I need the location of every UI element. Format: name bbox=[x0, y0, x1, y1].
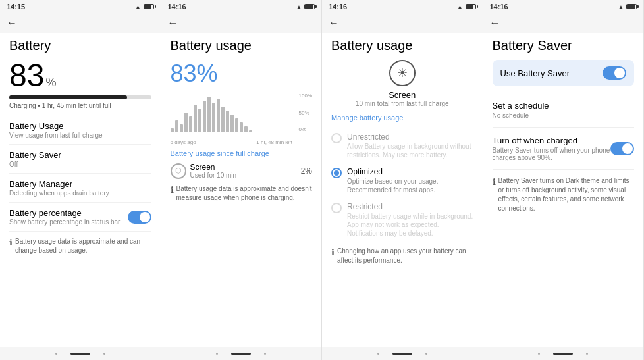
chart-bars bbox=[171, 93, 293, 132]
status-bar-3: 14:16 ▲ bbox=[322, 0, 483, 13]
time-2: 14:16 bbox=[168, 3, 186, 11]
radio-circle-restricted bbox=[331, 203, 342, 213]
info-block-3: ℹ Changing how an app uses your battery … bbox=[331, 247, 473, 265]
status-bar-2: 14:16 ▲ bbox=[161, 0, 322, 13]
page-title-3: Battery usage bbox=[331, 38, 473, 53]
page-title-2: Battery usage bbox=[171, 38, 313, 53]
status-icons-2: ▲ bbox=[296, 3, 315, 11]
radio-sub-optimized: Optimize based on your usage. Recommende… bbox=[347, 177, 473, 194]
menu-item-usage-title: Battery Usage bbox=[9, 121, 151, 131]
nav-line-2 bbox=[231, 353, 251, 355]
battery-icon-2 bbox=[304, 4, 315, 9]
time-3: 14:16 bbox=[329, 3, 347, 11]
battery-progress-fill bbox=[9, 95, 127, 99]
menu-item-manager[interactable]: Battery Manager Detecting when apps drai… bbox=[9, 174, 151, 203]
info-text-1: Battery usage data is approximate and ca… bbox=[15, 237, 151, 255]
menu-item-manager-sub: Detecting when apps drain battery bbox=[9, 190, 151, 197]
chart-y-0: 0% bbox=[299, 126, 312, 132]
chart-x-start: 6 days ago bbox=[171, 140, 196, 145]
bottom-nav-2 bbox=[161, 347, 322, 360]
schedule-item[interactable]: Set a schedule No schedule bbox=[493, 95, 635, 124]
battery-chart: 100% 50% 0% 6 days ago 1 hr, 48 min left bbox=[171, 93, 313, 145]
pct-sign: % bbox=[45, 76, 56, 90]
screen-center-sub: 10 min total from last full charge bbox=[331, 100, 473, 107]
menu-item-percentage[interactable]: Battery percentage Show battery percenta… bbox=[9, 203, 151, 232]
radio-circle-optimized bbox=[331, 168, 342, 178]
divider-2 bbox=[493, 169, 635, 170]
nav-line-3 bbox=[392, 353, 412, 355]
radio-text-unrestricted: Unrestricted Allow Battery usage in back… bbox=[347, 132, 473, 159]
use-battery-saver-toggle[interactable] bbox=[603, 66, 626, 80]
use-battery-saver-label: Use Battery Saver bbox=[500, 68, 570, 78]
menu-item-saver[interactable]: Battery Saver Off bbox=[9, 145, 151, 174]
radio-unrestricted[interactable]: Unrestricted Allow Battery usage in back… bbox=[331, 128, 473, 163]
chart-labels-y: 100% 50% 0% bbox=[299, 93, 312, 132]
back-button-2[interactable]: ← bbox=[168, 17, 178, 29]
back-button-1[interactable]: ← bbox=[7, 17, 17, 29]
content-2: Battery usage 83% bbox=[161, 33, 322, 347]
menu-item-pct-sub: Show battery percentage in status bar bbox=[9, 219, 120, 226]
charging-text: Charging • 1 hr, 45 min left until full bbox=[9, 102, 151, 109]
screen-center-title: Screen bbox=[331, 90, 473, 100]
battery-progress-bar bbox=[9, 95, 151, 99]
schedule-sub: No schedule bbox=[493, 112, 635, 119]
use-battery-saver-box[interactable]: Use Battery Saver bbox=[493, 60, 635, 86]
nav-dot-5 bbox=[377, 353, 379, 355]
radio-title-unrestricted: Unrestricted bbox=[347, 132, 473, 141]
info-icon-4: ℹ bbox=[493, 177, 496, 187]
nav-bar-1: ← bbox=[0, 13, 161, 33]
turn-off-toggle[interactable] bbox=[610, 142, 634, 155]
nav-dot-2 bbox=[103, 353, 105, 355]
status-icons-3: ▲ bbox=[457, 3, 476, 11]
menu-item-manager-title: Battery Manager bbox=[9, 179, 151, 189]
manage-link[interactable]: Manage battery usage bbox=[331, 114, 473, 122]
nav-dot-8 bbox=[586, 353, 588, 355]
info-text-3: Changing how an app uses your battery ca… bbox=[337, 247, 473, 265]
radio-optimized[interactable]: Optimized Optimize based on your usage. … bbox=[331, 163, 473, 198]
bottom-nav-1 bbox=[0, 347, 161, 360]
info-icon-3: ℹ bbox=[331, 247, 335, 257]
info-text-4: Battery Saver turns on Dark theme and li… bbox=[498, 176, 635, 213]
radio-circle-unrestricted bbox=[331, 133, 342, 143]
nav-bar-2: ← bbox=[161, 13, 322, 33]
nav-dot-4 bbox=[264, 353, 266, 355]
content-4: Battery Saver Use Battery Saver Set a sc… bbox=[483, 33, 644, 347]
nav-bar-4: ← bbox=[483, 13, 644, 33]
screen-sub-p2: Used for 10 min bbox=[190, 172, 297, 179]
back-button-4[interactable]: ← bbox=[490, 17, 500, 29]
chart-x-end: 1 hr, 48 min left bbox=[256, 140, 292, 145]
screen-icon-large: ☀ bbox=[389, 60, 416, 86]
battery-percentage-toggle[interactable] bbox=[128, 211, 151, 224]
battery-icon-1 bbox=[144, 4, 154, 9]
menu-item-saver-title: Battery Saver bbox=[9, 150, 151, 160]
radio-restricted[interactable]: Restricted Restrict battery usage while … bbox=[331, 198, 473, 242]
menu-item-pct-title: Battery percentage bbox=[9, 208, 120, 218]
since-label: Battery usage since full charge bbox=[171, 149, 313, 157]
menu-item-usage[interactable]: Battery Usage View usage from last full … bbox=[9, 116, 151, 145]
radio-text-restricted: Restricted Restrict battery usage while … bbox=[347, 202, 473, 238]
time-1: 14:15 bbox=[7, 3, 25, 11]
radio-title-optimized: Optimized bbox=[347, 167, 473, 176]
page-title-4: Battery Saver bbox=[493, 38, 635, 53]
info-block-4: ℹ Battery Saver turns on Dark theme and … bbox=[493, 176, 635, 213]
screen-details: Screen Used for 10 min bbox=[190, 163, 297, 179]
chart-labels-x: 6 days ago 1 hr, 48 min left bbox=[171, 140, 293, 145]
nav-line-4 bbox=[553, 353, 573, 355]
screen-center: ☀ Screen 10 min total from last full cha… bbox=[331, 60, 473, 107]
wifi-icon-4: ▲ bbox=[618, 3, 624, 11]
info-icon-2: ℹ bbox=[171, 185, 174, 195]
turn-off-item[interactable]: Turn off when charged Battery Saver turn… bbox=[493, 130, 635, 167]
bottom-nav-4 bbox=[483, 347, 644, 360]
turn-off-title: Turn off when charged bbox=[493, 136, 611, 145]
nav-dot-6 bbox=[425, 353, 427, 355]
nav-line-1 bbox=[70, 353, 90, 355]
chart-y-50: 50% bbox=[299, 110, 312, 116]
nav-bar-3: ← bbox=[322, 13, 483, 33]
battery-big-number: 83 bbox=[9, 60, 44, 91]
screen-item[interactable]: ⬡ Screen Used for 10 min 2% bbox=[171, 163, 313, 179]
status-icons-1: ▲ bbox=[135, 3, 154, 11]
back-button-3[interactable]: ← bbox=[329, 17, 339, 29]
wifi-icon-2: ▲ bbox=[296, 3, 302, 11]
panel-battery-usage-detail: 14:16 ▲ ← Battery usage ☀ Screen 10 min … bbox=[322, 0, 483, 360]
info-block-1: ℹ Battery usage data is approximate and … bbox=[9, 237, 151, 255]
